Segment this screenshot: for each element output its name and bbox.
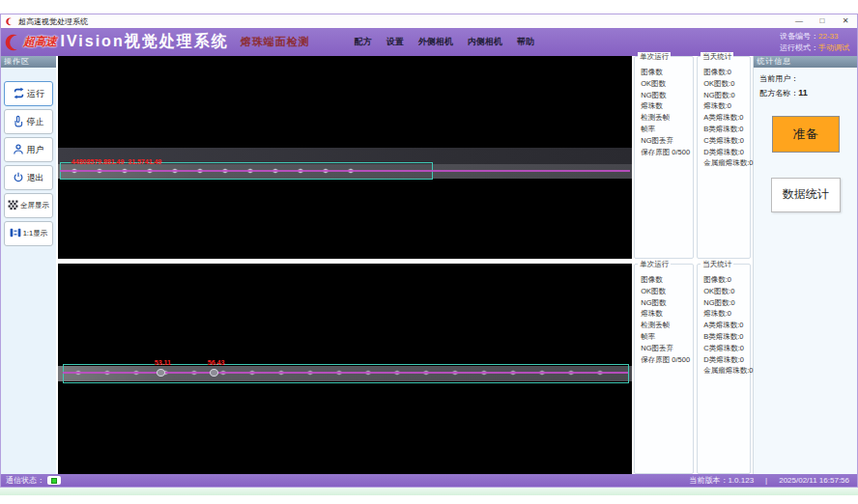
- menu-item-recipe[interactable]: 配方: [355, 36, 372, 48]
- stat-row: D类熔珠数:0: [703, 147, 750, 158]
- comm-status-green-icon: [51, 478, 57, 484]
- info-panel-title: 统计信息: [754, 56, 857, 68]
- button-label: 用户: [26, 144, 43, 156]
- fullscreen-button[interactable]: 全屏显示: [4, 193, 53, 218]
- one-to-one-button[interactable]: 1:1显示: [4, 221, 53, 246]
- stat-row: A类熔珠数:0: [703, 320, 750, 331]
- taskbar-strip: [0, 487, 858, 495]
- power-icon: [13, 171, 24, 185]
- stat-row: 熔珠数: [641, 308, 693, 320]
- user-button[interactable]: 用户: [4, 137, 53, 162]
- statusbar-right: 当前版本：1.0.123 | 2025/02/11 16:57:56: [689, 475, 849, 486]
- stat-row: 图像数:0: [703, 274, 750, 286]
- today-groupbox: 当天统计图像数:0OK图数:0NG图数:0熔珠数:0A类熔珠数:0B类熔珠数:0…: [697, 56, 751, 259]
- run-mode-value: 手动调试: [818, 43, 849, 52]
- stat-row: 帧率: [641, 331, 693, 343]
- stats-group-camera-1: 单次运行图像数OK图数NG图数熔珠数检测丢帧帧率NG图丢弃保存原图 0/500当…: [634, 56, 751, 259]
- current-user-label: 当前用户：: [759, 74, 798, 83]
- outer-camera-view[interactable]: 44808579.881.49 31.5741.49: [58, 56, 632, 259]
- page-title: IVision视觉处理系统: [61, 32, 229, 52]
- measurement-annotation: 44808579.881.49 31.5741.49: [72, 158, 161, 165]
- stat-row: B类熔珠数:0: [703, 124, 750, 135]
- statusbar-datetime: 2025/02/11 16:57:56: [779, 476, 849, 485]
- prepare-button[interactable]: 准备: [772, 116, 840, 153]
- stat-row: OK图数: [641, 286, 693, 297]
- device-number-value: 22-33: [818, 32, 838, 41]
- statusbar: 通信状态： 当前版本：1.0.123 | 2025/02/11 16:57:56: [1, 474, 857, 487]
- groupbox-title: 当天统计: [701, 260, 733, 269]
- main-area: 操作区 运行停止用户退出全屏显示1:1显示 44808579.881.49 31…: [1, 56, 857, 474]
- brand-text: 超高速: [23, 34, 57, 50]
- stat-row: NG图数: [641, 90, 693, 101]
- button-label: 退出: [26, 172, 43, 184]
- info-panel: 统计信息 当前用户： 配方名称：11 准备 数据统计: [753, 56, 857, 474]
- measurement-annotation: 53.11: [155, 359, 171, 366]
- stat-row: 检测丢帧: [641, 112, 693, 124]
- version-value: 1.0.123: [728, 476, 754, 485]
- detected-bead-marker: [210, 369, 218, 377]
- comm-status-label: 通信状态：: [6, 475, 44, 486]
- stat-row: 金属瘤熔珠数:0: [703, 365, 750, 377]
- user-icon: [13, 143, 24, 157]
- stat-row: NG图丢弃: [641, 343, 693, 354]
- window-controls: — □ ✕: [787, 14, 857, 28]
- groupbox-title: 当天统计: [701, 52, 733, 62]
- stat-row: OK图数: [641, 78, 693, 90]
- stat-row: 图像数: [641, 67, 693, 78]
- operation-sidebar: 操作区 运行停止用户退出全屏显示1:1显示: [1, 56, 58, 474]
- stat-row: C类熔珠数:0: [703, 343, 750, 354]
- menu-item-inner-camera[interactable]: 内侧相机: [468, 36, 502, 48]
- single-run-groupbox: 单次运行图像数OK图数NG图数熔珠数检测丢帧帧率NG图丢弃保存原图 0/500: [634, 264, 694, 474]
- minimize-button[interactable]: —: [787, 14, 811, 28]
- desktop: 超高速视觉处理系统 — □ ✕ 超高速 IVision视觉处理系统 熔珠端面检测…: [0, 0, 858, 504]
- today-groupbox: 当天统计图像数:0OK图数:0NG图数:0熔珠数:0A类熔珠数:0B类熔珠数:0…: [697, 264, 751, 474]
- stat-row: D类熔珠数:0: [703, 354, 750, 366]
- stat-row: 熔珠数: [641, 100, 693, 112]
- comm-status-indicator: [47, 476, 61, 485]
- brand-logo: 超高速: [5, 33, 57, 52]
- stat-row: 帧率: [641, 124, 693, 135]
- single-run-groupbox: 单次运行图像数OK图数NG图数熔珠数检测丢帧帧率NG图丢弃保存原图 0/500: [634, 56, 694, 259]
- data-statistics-button[interactable]: 数据统计: [771, 178, 841, 212]
- stat-row: NG图数:0: [703, 90, 750, 101]
- inner-camera-view[interactable]: 53.1156.43: [58, 264, 632, 474]
- grid-icon: [8, 200, 18, 212]
- menu-bar: 配方设置外侧相机内侧相机帮助: [355, 36, 534, 48]
- sidebar-title: 操作区: [1, 56, 56, 68]
- detection-baseline: [60, 170, 630, 172]
- stat-row: OK图数:0: [703, 286, 750, 297]
- cycle-arrows-icon: [13, 87, 25, 101]
- brand-swoosh-icon: [5, 33, 21, 52]
- stats-group-camera-2: 单次运行图像数OK图数NG图数熔珠数检测丢帧帧率NG图丢弃保存原图 0/500当…: [634, 264, 751, 474]
- button-label: 1:1显示: [23, 229, 47, 238]
- stat-row: 检测丢帧: [641, 320, 693, 331]
- statusbar-separator: |: [765, 476, 767, 485]
- close-button[interactable]: ✕: [834, 14, 857, 28]
- maximize-button[interactable]: □: [811, 14, 834, 28]
- device-info: 设备编号：22-33 运行模式：手动调试: [780, 31, 849, 53]
- button-label: 运行: [27, 88, 44, 100]
- menu-item-help[interactable]: 帮助: [517, 36, 534, 48]
- stats-column: 单次运行图像数OK图数NG图数熔珠数检测丢帧帧率NG图丢弃保存原图 0/500当…: [632, 56, 753, 474]
- stat-row: 图像数:0: [703, 67, 750, 78]
- stat-row: A类熔珠数:0: [703, 112, 750, 124]
- stat-row: 熔珠数:0: [703, 308, 750, 320]
- stat-row: B类熔珠数:0: [703, 331, 750, 343]
- one-to-one-icon: [10, 227, 21, 240]
- window-title: 超高速视觉处理系统: [18, 16, 88, 27]
- exit-button[interactable]: 退出: [4, 165, 53, 190]
- device-number-label: 设备编号：: [780, 32, 818, 41]
- stat-row: 保存原图 0/500: [641, 147, 693, 158]
- run-button[interactable]: 运行: [4, 81, 53, 106]
- menu-item-settings[interactable]: 设置: [386, 36, 404, 48]
- stop-button[interactable]: 停止: [4, 109, 53, 134]
- groupbox-title: 单次运行: [638, 52, 671, 62]
- run-mode-label: 运行模式：: [780, 43, 818, 52]
- detected-bead-marker: [157, 369, 165, 377]
- stat-row: 熔珠数:0: [703, 100, 750, 112]
- app-icon: [6, 17, 14, 26]
- measurement-annotation: 56.43: [208, 359, 225, 366]
- stat-row: 保存原图 0/500: [641, 354, 693, 366]
- menu-item-outer-camera[interactable]: 外侧相机: [418, 36, 453, 48]
- groupbox-title: 单次运行: [638, 260, 671, 269]
